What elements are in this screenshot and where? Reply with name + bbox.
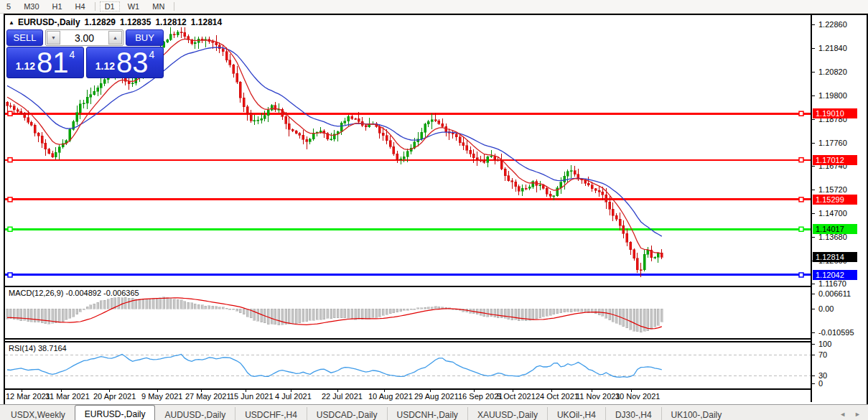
timeframe-button-H1[interactable]: H1 — [47, 1, 67, 11]
macd-main-value: -0.004892 — [65, 289, 101, 297]
price-tick-label: 1.11670 — [818, 279, 846, 288]
chart-tab-ukoil-h4[interactable]: UKOil-,H4 — [547, 407, 605, 420]
axis-tick — [812, 332, 815, 333]
sell-price-prefix: 1.12 — [16, 60, 35, 72]
date-tick — [291, 390, 291, 392]
chart-tab-dj30-h4[interactable]: DJ30-,H4 — [605, 407, 661, 420]
timeframe-button-M30[interactable]: M30 — [19, 1, 44, 11]
date-label: 15 Jun 2021 — [230, 392, 274, 401]
chart-tab-usdcnh-daily[interactable]: USDCNH-,Daily — [387, 407, 467, 420]
price-tick-label: 1.15720 — [818, 185, 847, 194]
price-level-tag: 1.17012 — [813, 155, 857, 165]
date-label: 29 Aug 2021 — [414, 392, 459, 401]
date-tick — [513, 390, 513, 392]
one-click-trading-widget: SELL ▼ 3.00 ▲ BUY 1.12 81 4 1.12 83 4 — [6, 29, 164, 78]
timeframe-toolbar: 5M30H1H4D1W1MN — [0, 0, 868, 14]
date-tick — [201, 390, 202, 392]
axis-tick — [812, 355, 815, 355]
price-axis[interactable]: 1.228601.218401.208201.198001.187801.177… — [811, 15, 865, 402]
sell-price-sup: 4 — [69, 49, 75, 60]
date-label: 30 Nov 2021 — [615, 392, 660, 401]
tab-scroll-right-icon[interactable]: ► — [854, 411, 861, 418]
macd-signal-value: -0.006365 — [103, 289, 139, 297]
axis-tick — [812, 344, 815, 345]
axis-tick — [812, 237, 815, 238]
date-tick — [337, 390, 338, 392]
axis-tick — [812, 95, 815, 96]
chart-tab-usdx-weekly[interactable]: USDX,Weekly — [1, 407, 75, 420]
ohlc-close: 1.12814 — [191, 17, 222, 27]
axis-tick — [812, 213, 815, 214]
date-tick — [551, 390, 552, 392]
volume-up-icon[interactable]: ▲ — [108, 31, 122, 45]
date-tick — [109, 390, 110, 392]
chart-tab-uk100-daily[interactable]: UK100-,Daily — [661, 407, 732, 420]
date-label: 27 May 2021 — [185, 392, 231, 401]
price-tick-label: 1.19800 — [818, 91, 847, 100]
price-tick-label: 1.21840 — [818, 44, 847, 52]
date-tick — [592, 390, 592, 392]
date-tick — [22, 390, 22, 392]
macd-panel[interactable]: MACD(12,26,9) -0.004892 -0.006365 — [5, 286, 811, 340]
price-level-tag: 1.14017 — [813, 224, 857, 234]
buy-price-prefix: 1.12 — [95, 60, 115, 72]
date-label: 31 Mar 2021 — [45, 392, 90, 401]
tab-scroll-left-icon[interactable]: ◄ — [839, 411, 846, 418]
date-tick — [61, 390, 62, 392]
axis-tick — [812, 166, 815, 167]
date-label: 22 Jul 2021 — [322, 392, 363, 401]
price-tick-label: 1.22860 — [818, 20, 847, 29]
buy-price-panel[interactable]: 1.12 83 4 — [86, 47, 164, 78]
macd-label: MACD(12,26,9) -0.004892 -0.006365 — [9, 289, 139, 297]
volume-stepper: ▼ 3.00 ▲ — [45, 29, 123, 46]
volume-down-icon[interactable]: ▼ — [47, 31, 60, 45]
rsi-chart — [5, 342, 811, 388]
date-label: 9 May 2021 — [141, 392, 182, 401]
timeframe-button-W1[interactable]: W1 — [123, 1, 145, 11]
date-axis[interactable]: 12 Mar 202131 Mar 202120 Apr 20219 May 2… — [5, 390, 811, 402]
price-chart-plot[interactable]: ▲EURUSD-,Daily1.128291.128351.128121.128… — [5, 15, 811, 286]
chart-tab-usdcad-daily[interactable]: USDCAD-,Daily — [307, 407, 387, 420]
axis-tick — [812, 383, 815, 384]
axis-tick — [812, 375, 815, 376]
date-label: 4 Jul 2021 — [275, 392, 312, 401]
timeframe-button-H4[interactable]: H4 — [70, 1, 90, 11]
price-tick-label: 0.006611 — [818, 289, 851, 298]
date-label: 5 Oct 2021 — [497, 392, 536, 401]
volume-input[interactable]: 3.00 — [61, 30, 108, 45]
price-level-tag: 1.15299 — [813, 195, 857, 205]
rsi-panel[interactable]: RSI(14) 38.7164 — [5, 341, 811, 390]
sell-price-panel[interactable]: 1.12 81 4 — [6, 47, 84, 78]
price-tick-label: 1.17760 — [818, 139, 847, 147]
chart-tab-xauusd-daily[interactable]: XAUUSD-,Daily — [467, 407, 547, 420]
date-label: 10 Aug 2021 — [368, 392, 413, 401]
chart-tab-eurusd-daily[interactable]: EURUSD-,Daily — [75, 405, 156, 420]
sell-price-big: 81 — [37, 49, 69, 76]
chart-window: ▲EURUSD-,Daily1.128291.128351.128121.128… — [4, 14, 868, 406]
timeframe-button-D1[interactable]: D1 — [100, 1, 120, 11]
date-tick — [631, 390, 632, 392]
collapse-triangle-icon[interactable]: ▲ — [9, 19, 14, 26]
date-tick — [157, 390, 158, 392]
price-tick-label: -0.010595 — [818, 328, 854, 337]
date-label: 20 Apr 2021 — [93, 392, 136, 401]
tab-scroll-nav: ◄ ► — [839, 411, 868, 420]
price-tick-label: 1.20820 — [818, 67, 847, 76]
price-level-tag: 1.12042 — [813, 270, 857, 280]
toolbar-separator — [174, 2, 174, 11]
sell-button[interactable]: SELL — [6, 29, 43, 46]
price-tick-label: 0 — [818, 379, 823, 388]
chart-title: ▲EURUSD-,Daily1.128291.128351.128121.128… — [9, 17, 222, 27]
chart-tab-usdchf-h4[interactable]: USDCHF-,H4 — [235, 407, 307, 420]
axis-tick — [812, 294, 815, 294]
timeframe-button-5[interactable]: 5 — [1, 1, 16, 11]
ohlc-high: 1.12835 — [120, 17, 151, 27]
price-level-tag: 1.12814 — [813, 252, 857, 262]
chart-tab-audusd-daily[interactable]: AUDUSD-,Daily — [155, 407, 235, 420]
date-tick — [430, 390, 431, 392]
buy-button[interactable]: BUY — [126, 29, 164, 46]
date-label: 11 Nov 2021 — [576, 392, 620, 401]
timeframe-button-MN[interactable]: MN — [147, 1, 169, 11]
axis-tick — [812, 119, 815, 120]
ohlc-low: 1.12812 — [155, 17, 186, 27]
